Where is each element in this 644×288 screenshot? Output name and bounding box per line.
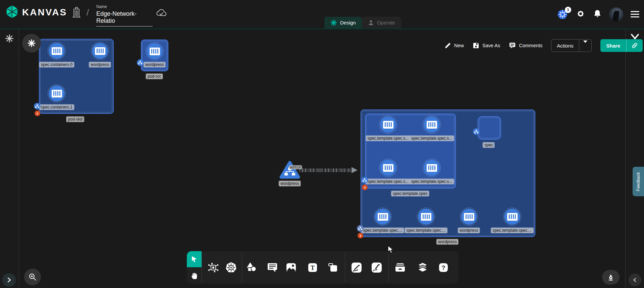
group-label: pod-rcc bbox=[146, 74, 163, 79]
node-label: spec bbox=[483, 142, 494, 148]
components-chip-icon[interactable] bbox=[207, 261, 220, 274]
hierarchy-badge[interactable] bbox=[361, 177, 368, 184]
tab-operate-label: Operate bbox=[377, 20, 395, 25]
node-label: wordpress bbox=[458, 228, 480, 233]
organization-icon[interactable] bbox=[71, 6, 82, 19]
save-as-button[interactable]: Save As bbox=[473, 42, 500, 49]
container-node[interactable] bbox=[49, 43, 65, 59]
expand-left-panel-button[interactable] bbox=[2, 273, 16, 287]
node-label: spec.template.spec.... bbox=[491, 228, 534, 233]
group-label: spec.template.spec bbox=[391, 191, 429, 196]
container-node[interactable] bbox=[147, 43, 163, 59]
spec-node[interactable] bbox=[478, 116, 501, 140]
node-label: spec.template.spec.... bbox=[362, 228, 404, 233]
share-label[interactable]: Share bbox=[600, 43, 627, 49]
cursor-arrow-icon bbox=[191, 256, 198, 263]
comments-icon bbox=[509, 42, 516, 49]
text-tool-icon[interactable]: T bbox=[306, 261, 319, 274]
canvas-action-bar: New Save As Comments Actions Share bbox=[444, 39, 643, 52]
history-spiral-icon[interactable] bbox=[4, 33, 14, 45]
container-node[interactable] bbox=[461, 209, 477, 225]
shapes-icon[interactable] bbox=[245, 261, 258, 274]
drawer-archive-icon[interactable] bbox=[393, 261, 407, 274]
group-label: wordpress bbox=[436, 239, 458, 244]
node-label: wordpress bbox=[89, 62, 111, 67]
user-avatar[interactable] bbox=[609, 7, 623, 21]
node-label: spec.template.spec.s... bbox=[410, 136, 454, 141]
actions-dropdown-caret[interactable] bbox=[579, 43, 591, 49]
container-node[interactable] bbox=[380, 160, 396, 176]
mouse-cursor bbox=[387, 245, 395, 256]
kanvas-logo-text: KANVAS bbox=[22, 7, 67, 18]
svg-text:?: ? bbox=[442, 265, 445, 271]
shapes-asterisk-button[interactable] bbox=[22, 34, 41, 53]
select-tool-button[interactable] bbox=[187, 251, 202, 267]
comments-button[interactable]: Comments bbox=[509, 42, 542, 49]
share-split-button[interactable]: Share bbox=[600, 39, 643, 52]
zoom-button[interactable] bbox=[24, 269, 41, 285]
feedback-label: Feedback bbox=[636, 172, 641, 191]
share-link-icon[interactable] bbox=[627, 42, 643, 49]
container-node[interactable] bbox=[418, 209, 434, 225]
group-spec-template-spec[interactable] bbox=[365, 114, 456, 189]
tab-design-label: Design bbox=[340, 20, 356, 25]
note-tool-icon[interactable] bbox=[326, 261, 340, 274]
app-header: KANVAS / Name Edge-Network-Relatio Desig… bbox=[0, 0, 644, 28]
breadcrumb-separator: / bbox=[87, 7, 89, 18]
node-label: spec.template.spec.s... bbox=[366, 179, 411, 184]
node-label: spec.containers.1 bbox=[39, 104, 74, 110]
edge-arrowhead bbox=[352, 167, 358, 173]
tab-operate[interactable]: Operate bbox=[362, 17, 401, 28]
kubernetes-wheel-icon[interactable] bbox=[224, 261, 238, 274]
tab-design[interactable]: Design bbox=[324, 17, 362, 28]
container-node[interactable] bbox=[49, 85, 65, 101]
pan-tool-button[interactable] bbox=[187, 267, 202, 284]
error-count-badge[interactable]: 3 bbox=[358, 233, 363, 238]
settings-gear-icon[interactable] bbox=[576, 9, 586, 20]
feedback-tab[interactable]: Feedback bbox=[633, 167, 644, 196]
node-label: wordpress bbox=[144, 62, 165, 67]
help-icon[interactable]: ? bbox=[437, 261, 450, 274]
comments-label: Comments bbox=[519, 43, 542, 48]
kanvas-logo-icon bbox=[5, 5, 19, 20]
design-name-label: Name bbox=[96, 4, 153, 9]
edge-service-to-deployment[interactable] bbox=[299, 168, 352, 172]
pencil-icon bbox=[444, 42, 451, 49]
hand-icon bbox=[190, 272, 198, 280]
pen-path-tool-icon[interactable] bbox=[350, 261, 363, 274]
hierarchy-badge[interactable] bbox=[357, 225, 364, 232]
menu-hamburger-icon[interactable] bbox=[631, 11, 639, 17]
container-node[interactable] bbox=[375, 209, 391, 225]
notifications-bell-icon[interactable] bbox=[593, 9, 602, 20]
kubernetes-context-count: 1 bbox=[565, 7, 571, 13]
actions-split-button[interactable]: Actions bbox=[551, 39, 591, 52]
error-count-badge[interactable]: 2 bbox=[35, 111, 40, 116]
layers-icon[interactable] bbox=[416, 261, 429, 274]
container-node[interactable] bbox=[380, 117, 396, 133]
kubernetes-context-icon[interactable]: 1 bbox=[557, 9, 568, 20]
container-node[interactable] bbox=[424, 117, 440, 133]
actions-label[interactable]: Actions bbox=[551, 43, 579, 49]
container-node[interactable] bbox=[424, 160, 440, 176]
mode-tabs: Design Operate bbox=[324, 17, 401, 28]
service-node[interactable] bbox=[279, 160, 301, 181]
ink-pen-button[interactable] bbox=[602, 270, 620, 285]
hierarchy-badge[interactable] bbox=[34, 103, 41, 110]
new-button[interactable]: New bbox=[444, 42, 464, 49]
hierarchy-badge[interactable] bbox=[137, 59, 144, 66]
comment-tool-icon[interactable] bbox=[266, 261, 279, 274]
node-label: spec.containers.0 bbox=[39, 62, 74, 67]
edge-label: 80/TCP bbox=[289, 165, 302, 169]
design-name-input[interactable]: Edge-Network-Relatio bbox=[96, 10, 153, 26]
error-count-badge[interactable]: 3 bbox=[362, 185, 368, 190]
save-as-label: Save As bbox=[482, 43, 500, 48]
collapse-right-panel-button[interactable] bbox=[629, 274, 641, 286]
freehand-draw-tool-icon[interactable] bbox=[370, 261, 383, 274]
hierarchy-badge[interactable] bbox=[473, 128, 480, 135]
node-label: spec.template.spec.s... bbox=[366, 136, 411, 141]
node-label: wordpress bbox=[279, 181, 301, 186]
container-node[interactable] bbox=[504, 209, 520, 225]
cloud-saved-icon bbox=[155, 8, 167, 19]
container-node[interactable] bbox=[92, 43, 108, 59]
image-tool-icon[interactable] bbox=[284, 261, 298, 274]
